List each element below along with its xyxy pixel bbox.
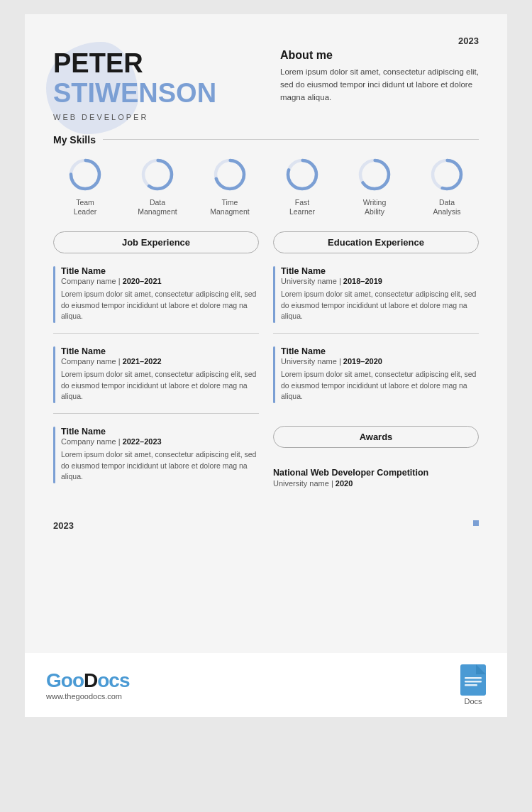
donut-4 <box>355 155 394 194</box>
skills-title: My Skills <box>53 134 479 146</box>
edu-subtitle-1: University name | 2019–2020 <box>281 357 479 366</box>
edu-entry-0: Title Name University name | 2018–2019 L… <box>273 266 479 334</box>
header-section: PETER STIWENSON WEB DEVELOPER About me L… <box>53 49 479 121</box>
about-section: About me Lorem ipsum dolor sit amet, con… <box>280 49 479 104</box>
skill-item-4: WritingAbility <box>343 155 406 217</box>
exp-bar-job-1 <box>53 346 55 403</box>
exp-content-job-0: Title Name Company name | 2020–2021 Lore… <box>61 266 259 323</box>
exp-content-edu-0: Title Name University name | 2018–2019 L… <box>281 266 479 323</box>
edu-desc-1: Lorem ipsum dolor sit amet, consectetur … <box>281 369 479 402</box>
skill-item-0: TeamLeader <box>53 155 117 217</box>
job-subtitle-0: Company name | 2020–2021 <box>61 277 259 285</box>
exp-content-job-1: Title Name Company name | 2021–2022 Lore… <box>61 346 259 403</box>
year-bottom: 2023 <box>53 520 479 531</box>
award-subtitle-0: University name | 2020 <box>273 479 479 488</box>
awards-header: Awards <box>273 426 479 448</box>
brand-name-text: Goo <box>46 669 84 691</box>
svg-rect-15 <box>465 684 477 686</box>
skill-label-1: DataManagment <box>138 198 177 217</box>
donut-2 <box>211 155 249 194</box>
job-entries: Title Name Company name | 2020–2021 Lore… <box>53 266 259 493</box>
job-subtitle-1: Company name | 2021–2022 <box>61 357 259 366</box>
job-entry-1: Title Name Company name | 2021–2022 Lore… <box>53 346 259 414</box>
footer-area: GooDocs www.thegoodocs.com Docs <box>25 653 507 717</box>
exp-bar-edu-1 <box>273 346 275 403</box>
skills-row: TeamLeader DataManagment TimeManagment F… <box>53 155 479 217</box>
skill-label-0: TeamLeader <box>74 198 97 217</box>
award-title-0: National Web Developer Competition <box>273 468 479 478</box>
svg-rect-12 <box>460 664 486 696</box>
brand-ocs: ocs <box>97 669 129 691</box>
main-columns: Job Experience Title Name Company name |… <box>53 231 479 506</box>
skill-label-2: TimeManagment <box>210 198 249 217</box>
job-desc-2: Lorem ipsum dolor sit amet, consectetur … <box>61 449 259 483</box>
edu-subtitle-0: University name | 2018–2019 <box>281 277 479 285</box>
job-experience-header: Job Experience <box>53 231 259 253</box>
year-bottom-text: 2023 <box>53 520 74 531</box>
exp-bar-job-2 <box>53 427 55 483</box>
job-experience-col: Job Experience Title Name Company name |… <box>53 231 259 506</box>
exp-bar-edu-0 <box>273 266 275 323</box>
header-left: PETER STIWENSON WEB DEVELOPER <box>53 49 216 121</box>
edu-title-1: Title Name <box>281 346 479 356</box>
first-name: PETER <box>53 49 216 79</box>
footer-brand: GooDocs www.thegoodocs.com <box>46 669 129 701</box>
award-entries: National Web Developer Competition Unive… <box>273 461 479 488</box>
page-wrapper: 2023 PETER STIWENSON WEB DEVELOPER About… <box>0 14 532 717</box>
year-top: 2023 <box>53 35 479 46</box>
job-title-2: Title Name <box>61 427 259 437</box>
edu-entries: Title Name University name | 2018–2019 L… <box>273 266 479 413</box>
donut-1 <box>138 155 177 194</box>
exp-content-job-2: Title Name Company name | 2022–2023 Lore… <box>61 427 259 483</box>
donut-0 <box>66 155 104 194</box>
job-entry-0: Title Name Company name | 2020–2021 Lore… <box>53 266 259 334</box>
skill-item-2: TimeManagment <box>198 155 262 217</box>
skill-item-5: DataAnalysis <box>415 155 479 217</box>
resume-card: 2023 PETER STIWENSON WEB DEVELOPER About… <box>25 14 507 653</box>
skill-label-4: WritingAbility <box>363 198 386 217</box>
svg-rect-13 <box>465 677 482 679</box>
exp-content-edu-1: Title Name University name | 2019–2020 L… <box>281 346 479 403</box>
awards-section: Awards National Web Developer Competitio… <box>273 426 479 488</box>
last-name: STIWENSON <box>53 79 216 109</box>
job-desc-1: Lorem ipsum dolor sit amet, consectetur … <box>61 369 259 402</box>
brand-url: www.thegoodocs.com <box>46 692 129 701</box>
job-title: WEB DEVELOPER <box>53 113 216 121</box>
svg-rect-14 <box>465 681 482 683</box>
education-awards-col: Education Experience Title Name Universi… <box>273 231 479 506</box>
skill-item-3: FastLearner <box>270 155 334 217</box>
brand-logo: GooDocs <box>46 669 129 692</box>
skill-label-5: DataAnalysis <box>433 198 460 217</box>
year-top-text: 2023 <box>458 35 479 46</box>
brand-d: D <box>84 669 97 691</box>
skills-section: My Skills TeamLeader DataManagment TimeM… <box>53 134 479 217</box>
education-header: Education Experience <box>273 231 479 253</box>
job-title-0: Title Name <box>61 266 259 276</box>
job-entry-2: Title Name Company name | 2022–2023 Lore… <box>53 427 259 493</box>
job-title-1: Title Name <box>61 346 259 356</box>
bottom-square <box>473 520 479 526</box>
skill-item-1: DataManagment <box>126 155 189 217</box>
edu-entry-1: Title Name University name | 2019–2020 L… <box>273 346 479 413</box>
donut-5 <box>428 155 466 194</box>
award-entry-0: National Web Developer Competition Unive… <box>273 461 479 488</box>
donut-3 <box>283 155 321 194</box>
edu-desc-0: Lorem ipsum dolor sit amet, consectetur … <box>281 289 479 322</box>
docs-svg <box>460 664 486 696</box>
job-desc-0: Lorem ipsum dolor sit amet, consectetur … <box>61 289 259 322</box>
job-subtitle-2: Company name | 2022–2023 <box>61 437 259 446</box>
docs-icon: Docs <box>460 664 486 706</box>
edu-title-0: Title Name <box>281 266 479 276</box>
skill-label-3: FastLearner <box>289 198 315 217</box>
docs-label: Docs <box>464 697 482 706</box>
about-text: Lorem ipsum dolor sit amet, consectetur … <box>280 66 479 104</box>
exp-bar-job-0 <box>53 266 55 323</box>
about-title: About me <box>280 49 479 62</box>
